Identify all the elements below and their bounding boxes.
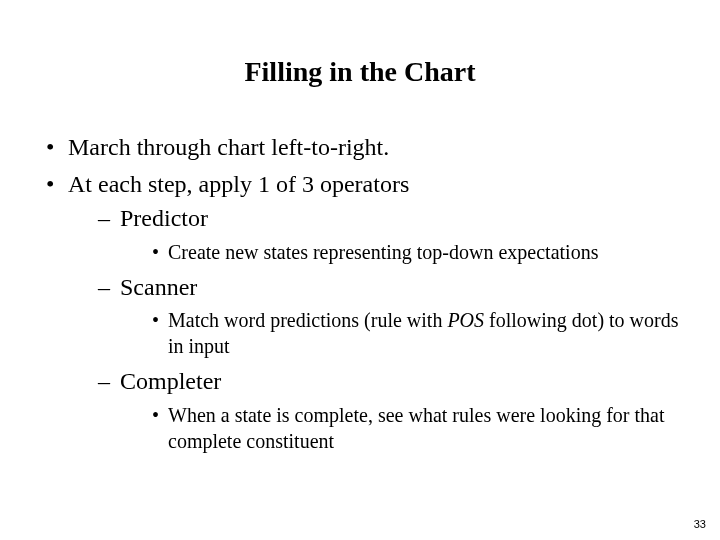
slide: Filling in the Chart March through chart… <box>0 0 720 540</box>
sub-item-label: Predictor <box>120 205 208 231</box>
detail-item: Create new states representing top-down … <box>148 239 680 265</box>
detail-item: When a state is complete, see what rules… <box>148 402 680 454</box>
slide-title: Filling in the Chart <box>40 56 680 88</box>
bullet-item: March through chart left-to-right. <box>40 132 680 163</box>
sub-item-predictor: Predictor Create new states representing… <box>94 202 680 264</box>
sub-item-scanner: Scanner Match word predictions (rule wit… <box>94 271 680 359</box>
bullet-text: At each step, apply 1 of 3 operators <box>68 171 409 197</box>
page-number: 33 <box>694 518 706 530</box>
sub-item-label: Completer <box>120 368 221 394</box>
detail-list: When a state is complete, see what rules… <box>148 402 680 454</box>
detail-text: When a state is complete, see what rules… <box>168 404 665 452</box>
detail-text-pre: Match word predictions (rule with <box>168 309 447 331</box>
sub-list: Predictor Create new states representing… <box>94 202 680 453</box>
detail-text-em: POS <box>447 309 484 331</box>
detail-text: Create new states representing top-down … <box>168 241 598 263</box>
sub-item-label: Scanner <box>120 274 197 300</box>
detail-list: Create new states representing top-down … <box>148 239 680 265</box>
bullet-list: March through chart left-to-right. At ea… <box>40 132 680 454</box>
sub-item-completer: Completer When a state is complete, see … <box>94 365 680 453</box>
bullet-text: March through chart left-to-right. <box>68 134 389 160</box>
detail-item: Match word predictions (rule with POS fo… <box>148 307 680 359</box>
bullet-item: At each step, apply 1 of 3 operators Pre… <box>40 169 680 453</box>
detail-list: Match word predictions (rule with POS fo… <box>148 307 680 359</box>
